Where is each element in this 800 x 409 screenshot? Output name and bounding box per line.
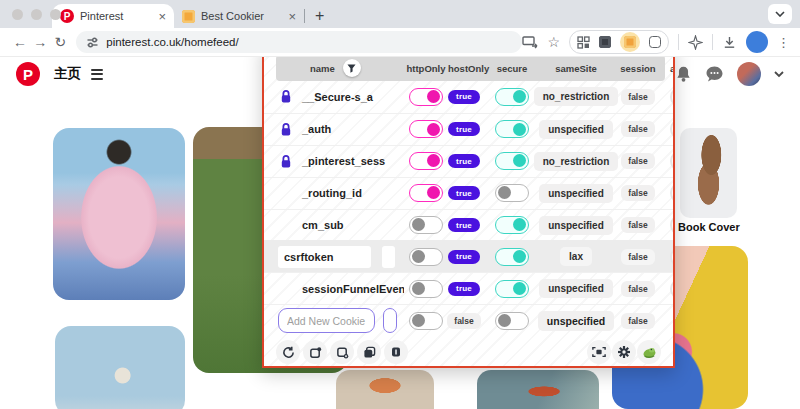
grid-extension-icon[interactable] [577, 36, 590, 49]
cookie-row[interactable]: _auth true unspecified false [264, 113, 673, 145]
samesite-value[interactable]: lax [560, 247, 592, 266]
delete-icon[interactable] [384, 340, 408, 364]
refresh-icon[interactable] [276, 340, 300, 364]
tab-close-icon[interactable]: × [158, 10, 166, 23]
samesite-value[interactable]: unspecified [538, 311, 614, 331]
downloads-icon[interactable] [722, 35, 737, 50]
window-zoom-button[interactable] [50, 9, 61, 20]
tab-title: Pinterest [80, 10, 152, 22]
pin-card-mountain[interactable] [477, 370, 599, 409]
expand-frame-icon[interactable] [587, 340, 611, 364]
home-nav-label[interactable]: 主页 [54, 65, 81, 83]
cookie-value-input[interactable] [382, 246, 395, 268]
row-action-button[interactable] [670, 86, 675, 108]
sidepanel-extension-icon[interactable] [649, 36, 661, 48]
bookmark-star-icon[interactable]: ☆ [547, 34, 560, 50]
httponly-toggle[interactable] [409, 216, 443, 234]
cookie-row[interactable]: _routing_id true unspecified false [264, 177, 673, 209]
pinterest-logo-icon[interactable]: P [16, 62, 40, 86]
pin-card-collage[interactable] [336, 370, 434, 409]
secure-toggle[interactable] [495, 280, 529, 298]
import-icon[interactable] [303, 340, 327, 364]
mascot-icon[interactable] [637, 340, 661, 364]
samesite-value[interactable]: no_restriction [534, 87, 619, 106]
secure-toggle[interactable] [495, 184, 529, 202]
menu-kebab-icon[interactable]: ⋮ [777, 35, 790, 50]
samesite-value[interactable]: unspecified [539, 120, 613, 139]
column-samesite: sameSite [544, 63, 608, 74]
site-settings-icon[interactable] [86, 36, 99, 49]
chevron-down-icon[interactable] [774, 71, 784, 78]
new-tab-button[interactable]: + [309, 7, 330, 25]
forward-icon[interactable]: → [30, 34, 50, 50]
row-action-button[interactable] [670, 246, 675, 268]
sparkle-icon[interactable] [688, 35, 703, 50]
row-action-button[interactable] [670, 214, 675, 236]
httponly-toggle[interactable] [409, 120, 443, 138]
row-action-button[interactable] [670, 278, 675, 300]
add-cookie-row[interactable]: false unspecified false [264, 304, 673, 336]
cookie-name: sessionFunnelEventLo [300, 273, 404, 304]
httponly-toggle[interactable] [409, 88, 443, 106]
cookie-name: __Secure-s_a [300, 81, 404, 113]
cookie-row[interactable]: __Secure-s_a true no_restriction false [264, 81, 673, 113]
tab-pinterest[interactable]: P Pinterest × [52, 4, 174, 28]
session-value: false [621, 89, 654, 105]
secure-toggle[interactable] [495, 216, 529, 234]
cookie-row[interactable]: _pinterest_sess true no_restriction fals… [264, 145, 673, 177]
panel-toolbar [264, 336, 673, 368]
hostonly-badge: true [448, 154, 480, 168]
add-cookie-name-input[interactable] [278, 308, 375, 333]
column-httponly: httpOnly [404, 63, 448, 74]
secure-toggle[interactable] [495, 152, 529, 170]
samesite-value[interactable]: unspecified [539, 216, 613, 235]
tab-close-icon[interactable]: × [288, 10, 296, 23]
window-close-button[interactable] [12, 9, 23, 20]
cookie-row[interactable]: sessionFunnelEventLo true unspecified fa… [264, 272, 673, 304]
tab-strip-chevron-icon[interactable] [768, 4, 792, 24]
cookie-table-header: name httpOnly hostOnly secure sameSite s… [264, 55, 673, 81]
cookie-name: _routing_id [300, 178, 404, 209]
cookie-row-editing[interactable]: true lax false [264, 240, 673, 272]
copy-icon[interactable] [357, 340, 381, 364]
secure-toggle[interactable] [495, 120, 529, 138]
filter-icon[interactable] [343, 59, 361, 77]
back-icon[interactable]: ← [10, 34, 30, 50]
httponly-toggle[interactable] [409, 280, 443, 298]
cookie-row[interactable]: cm_sub true unspecified false [264, 209, 673, 241]
dark-extension-icon[interactable] [599, 36, 611, 48]
menu-hamburger-icon[interactable] [91, 69, 103, 80]
window-minimize-button[interactable] [31, 9, 42, 20]
pin-card-flower-girl[interactable] [53, 128, 185, 300]
samesite-value[interactable]: no_restriction [534, 152, 619, 171]
samesite-value[interactable]: unspecified [539, 279, 613, 298]
samesite-value[interactable]: unspecified [539, 184, 613, 203]
httponly-toggle[interactable] [409, 152, 443, 170]
httponly-toggle[interactable] [409, 248, 443, 266]
toolbar-divider [712, 34, 713, 50]
row-action-button[interactable] [670, 150, 675, 172]
cookie-name-input[interactable] [278, 246, 371, 268]
profile-avatar[interactable] [746, 31, 768, 53]
messages-chat-icon[interactable] [705, 65, 724, 83]
settings-gear-icon[interactable] [612, 340, 636, 364]
httponly-toggle[interactable] [409, 312, 443, 330]
row-action-button[interactable] [670, 182, 675, 204]
pin-card-sitting-girl[interactable] [55, 326, 185, 409]
send-to-devices-icon[interactable] [522, 35, 538, 49]
pin-card-book-cover[interactable] [680, 128, 737, 218]
secure-toggle[interactable] [495, 88, 529, 106]
export-icon[interactable] [330, 340, 354, 364]
notifications-bell-icon[interactable] [675, 65, 692, 83]
window-controls[interactable] [12, 9, 61, 20]
add-cookie-value-input[interactable] [383, 308, 397, 333]
httponly-toggle[interactable] [409, 184, 443, 202]
reload-icon[interactable]: ↻ [50, 34, 70, 50]
secure-toggle[interactable] [495, 248, 529, 266]
cookier-extension-active-icon[interactable] [620, 32, 640, 52]
address-bar[interactable]: pinterest.co.uk/homefeed/ [76, 31, 522, 53]
secure-toggle[interactable] [495, 312, 529, 330]
tab-best-cookier[interactable]: Best Cookier × [174, 4, 304, 28]
row-action-button[interactable] [670, 118, 675, 140]
user-avatar[interactable] [737, 62, 761, 86]
